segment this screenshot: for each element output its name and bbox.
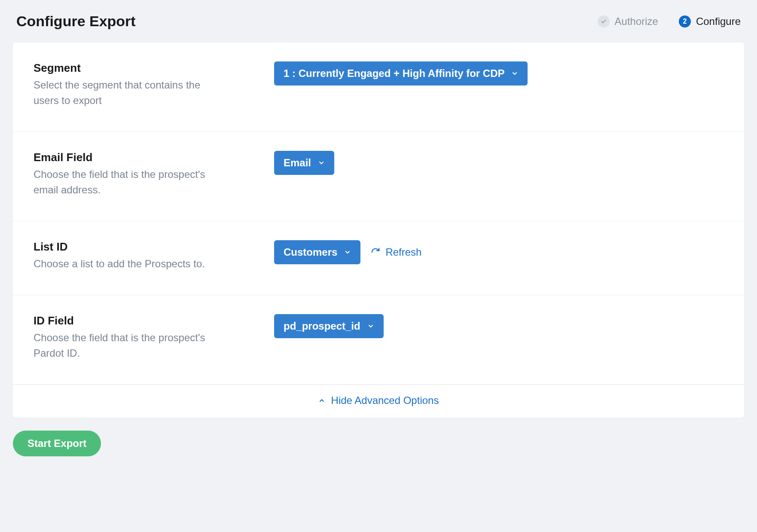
email-field-select-value: Email	[284, 157, 311, 169]
row-id-field: ID Field Choose the field that is the pr…	[13, 295, 744, 385]
step-label-authorize: Authorize	[615, 15, 658, 28]
step-authorize[interactable]: Authorize	[598, 15, 658, 28]
row-email-field: Email Field Choose the field that is the…	[13, 132, 744, 221]
email-field-desc: Choose the field that is the prospect's …	[34, 167, 223, 198]
chevron-down-icon	[367, 323, 374, 330]
step-number-badge: 2	[679, 15, 691, 28]
segment-desc: Select the segment that contains the use…	[34, 77, 223, 108]
chevron-down-icon	[344, 249, 351, 256]
refresh-label: Refresh	[385, 246, 421, 258]
check-icon	[598, 15, 610, 28]
id-field-title: ID Field	[34, 314, 257, 327]
list-id-select-value: Customers	[284, 246, 337, 258]
segment-title: Segment	[34, 61, 257, 75]
advanced-toggle[interactable]: Hide Advanced Options	[318, 394, 439, 407]
chevron-down-icon	[511, 70, 518, 77]
step-configure[interactable]: 2 Configure	[679, 15, 741, 28]
segment-select[interactable]: 1 : Currently Engaged + High Affinity fo…	[274, 61, 528, 86]
id-field-select[interactable]: pd_prospect_id	[274, 314, 384, 338]
list-id-desc: Choose a list to add the Prospects to.	[34, 256, 223, 272]
page-title: Configure Export	[16, 13, 136, 30]
row-segment: Segment Select the segment that contains…	[13, 43, 744, 132]
configure-panel: Segment Select the segment that contains…	[13, 43, 744, 418]
refresh-icon	[371, 248, 380, 257]
chevron-up-icon	[318, 397, 325, 404]
refresh-button[interactable]: Refresh	[371, 246, 421, 258]
advanced-toggle-label: Hide Advanced Options	[331, 394, 439, 407]
segment-select-value: 1 : Currently Engaged + High Affinity fo…	[284, 67, 504, 79]
page-header: Configure Export Authorize 2 Configure	[13, 13, 744, 30]
step-label-configure: Configure	[696, 15, 741, 28]
row-list-id: List ID Choose a list to add the Prospec…	[13, 221, 744, 295]
id-field-desc: Choose the field that is the prospect's …	[34, 330, 223, 361]
wizard-steps: Authorize 2 Configure	[598, 15, 741, 28]
email-field-select[interactable]: Email	[274, 151, 334, 175]
id-field-select-value: pd_prospect_id	[284, 320, 360, 332]
advanced-toggle-row: Hide Advanced Options	[13, 385, 744, 418]
start-export-button[interactable]: Start Export	[13, 431, 101, 456]
email-field-title: Email Field	[34, 151, 257, 164]
list-id-select[interactable]: Customers	[274, 240, 360, 264]
list-id-title: List ID	[34, 240, 257, 254]
chevron-down-icon	[318, 159, 325, 166]
